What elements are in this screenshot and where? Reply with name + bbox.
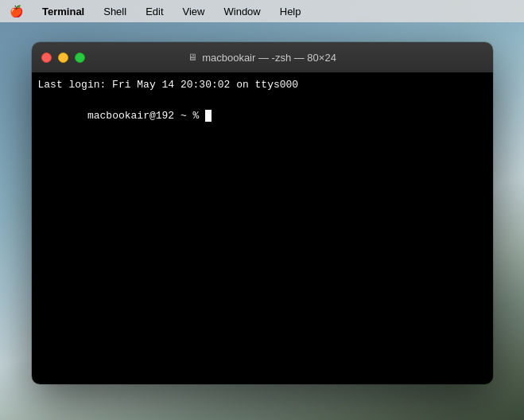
terminal-line-1: Last login: Fri May 14 20:30:02 on ttys0… [38, 77, 487, 93]
title-bar-text: 🖥 macbookair — -zsh — 80×24 [188, 52, 336, 64]
menubar-item-shell[interactable]: Shell [100, 4, 130, 19]
terminal-line-2: macbookair@192 ~ % [38, 93, 487, 140]
menubar-item-terminal[interactable]: Terminal [39, 4, 87, 19]
traffic-lights [41, 52, 85, 63]
apple-menu[interactable]: 🍎 [10, 5, 23, 18]
close-button[interactable] [41, 52, 52, 63]
desktop: 🖥 macbookair — -zsh — 80×24 Last login: … [0, 22, 524, 420]
cursor [205, 110, 212, 122]
menubar-item-view[interactable]: View [180, 4, 208, 19]
terminal-content[interactable]: Last login: Fri May 14 20:30:02 on ttys0… [32, 72, 493, 384]
title-bar: 🖥 macbookair — -zsh — 80×24 [32, 42, 493, 72]
menubar-item-edit[interactable]: Edit [142, 4, 166, 19]
minimize-button[interactable] [58, 52, 68, 63]
menubar-item-help[interactable]: Help [277, 4, 305, 19]
maximize-button[interactable] [75, 52, 85, 63]
window-title: macbookair — -zsh — 80×24 [202, 52, 336, 64]
terminal-window: 🖥 macbookair — -zsh — 80×24 Last login: … [32, 42, 493, 384]
terminal-icon: 🖥 [188, 52, 197, 63]
menubar: 🍎 Terminal Shell Edit View Window Help [0, 0, 524, 22]
menubar-item-window[interactable]: Window [221, 4, 264, 19]
